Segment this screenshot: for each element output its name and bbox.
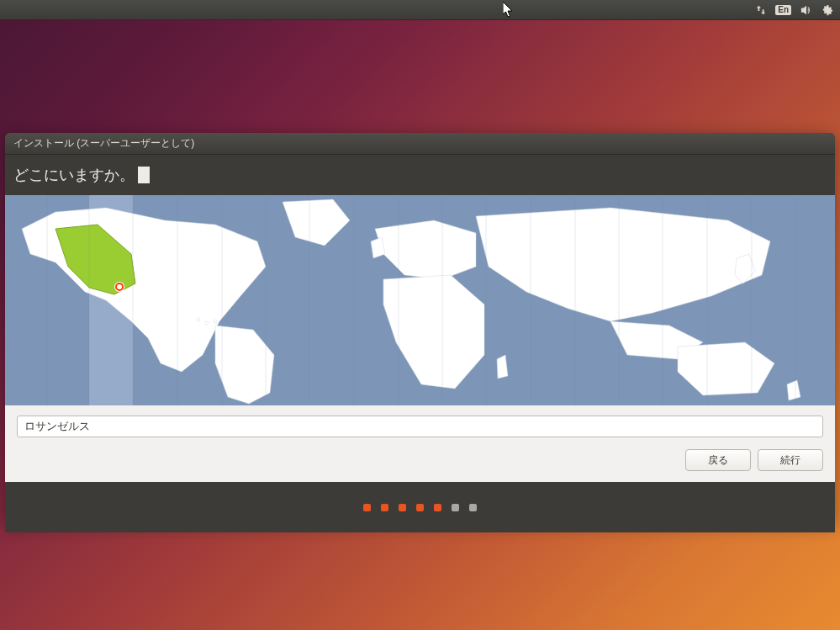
svg-point-0 (197, 318, 200, 321)
window-title: インストール (スーパーユーザーとして) (13, 136, 194, 151)
progress-dot-7 (469, 504, 477, 511)
location-input[interactable] (17, 416, 823, 437)
window-titlebar: インストール (スーパーユーザーとして) (5, 133, 835, 155)
svg-point-2 (214, 320, 217, 323)
continue-button[interactable]: 続行 (758, 449, 823, 471)
network-icon[interactable] (755, 4, 767, 16)
heading-row: どこにいますか。 (5, 155, 835, 195)
svg-point-1 (205, 321, 209, 325)
volume-icon[interactable] (800, 4, 813, 16)
installer-window: インストール (スーパーユーザーとして) どこにいますか。 (5, 133, 835, 522)
settings-gear-icon[interactable] (822, 4, 833, 16)
button-row: 戻る 続行 (17, 449, 823, 471)
location-marker[interactable] (115, 283, 124, 291)
text-caret (138, 167, 150, 183)
progress-dots (5, 482, 835, 532)
progress-dot-6 (452, 504, 459, 511)
page-heading: どこにいますか。 (13, 165, 135, 185)
top-menubar: En (0, 0, 840, 20)
timezone-map[interactable] (5, 195, 835, 405)
progress-dot-5 (434, 504, 441, 511)
back-button[interactable]: 戻る (685, 449, 751, 471)
input-method-indicator[interactable]: En (775, 5, 791, 15)
progress-dot-1 (363, 504, 371, 511)
progress-dot-2 (381, 504, 388, 511)
progress-dot-4 (416, 504, 424, 511)
progress-dot-3 (399, 504, 406, 511)
